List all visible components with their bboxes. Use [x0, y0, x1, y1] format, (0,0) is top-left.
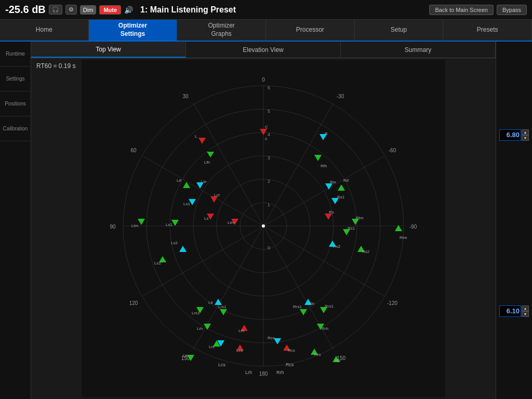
svg-text:180: 180	[259, 371, 268, 377]
bottom-value-container: ▲ ▼	[499, 305, 529, 317]
svg-text:Rtr: Rtr	[309, 301, 315, 306]
svg-text:Lrs: Lrs	[209, 344, 215, 349]
svg-text:-60: -60	[389, 148, 396, 153]
svg-text:120: 120	[129, 300, 138, 306]
top-spin-down[interactable]: ▼	[522, 135, 529, 141]
headphones-icon-btn[interactable]: 🎧	[49, 5, 62, 15]
svg-text:4: 4	[268, 132, 270, 137]
svg-text:Ltf: Ltf	[177, 178, 182, 183]
back-to-main-button[interactable]: Back to Main Screen	[429, 5, 494, 15]
svg-text:Lw: Lw	[201, 179, 206, 184]
svg-text:Lrh: Lrh	[238, 328, 245, 333]
svg-text:Lrs1: Lrs1	[192, 311, 200, 315]
svg-text:-90: -90	[409, 224, 417, 230]
svg-text:1: 1	[268, 202, 270, 207]
svg-point-14	[262, 224, 265, 228]
speaker-icon: 🔊	[124, 6, 133, 14]
svg-text:Ls1: Ls1	[183, 202, 190, 206]
sidebar-item-calibration[interactable]: Calibration	[0, 116, 31, 141]
svg-text:Rtm: Rtm	[400, 235, 407, 240]
top-value-input[interactable]	[499, 129, 521, 141]
svg-text:Rs2: Rs2	[362, 249, 370, 254]
header-left: -25.6 dB 🎧 ⚙ Dim Mute 🔊 1: Main Listenin…	[5, 4, 429, 16]
svg-text:Lfh: Lfh	[204, 160, 210, 165]
svg-text:Rcs: Rcs	[268, 336, 275, 340]
polar-plot: 0 -30 -60 -90 -120 -150 180 150 120 90 6…	[82, 60, 445, 397]
sub-tabs: Top View Elevation View Summary	[31, 42, 496, 58]
sidebar-item-positions[interactable]: Positions	[0, 91, 31, 116]
rt60-label: RT60 = 0.19 s	[36, 62, 76, 70]
tab-presets[interactable]: Presets	[443, 20, 532, 41]
svg-text:Rs1: Rs1	[348, 226, 355, 231]
svg-text:Rrs1: Rrs1	[293, 304, 302, 309]
volume-display: -25.6 dB	[5, 4, 46, 16]
tab-optimizer-settings[interactable]: OptimizerSettings	[89, 20, 178, 41]
tab-processor[interactable]: Processor	[266, 20, 355, 41]
svg-text:R: R	[325, 131, 328, 136]
sidebar-item-settings[interactable]: Settings	[0, 66, 31, 91]
tab-setup[interactable]: Setup	[355, 20, 444, 41]
svg-text:-30: -30	[337, 94, 344, 99]
settings-icon-btn[interactable]: ⚙	[65, 5, 77, 15]
svg-text:Rcs: Rcs	[286, 362, 294, 367]
svg-text:Lrh: Lrh	[245, 370, 252, 375]
svg-text:Rrh: Rrh	[322, 326, 328, 331]
main-panel: Top View Elevation View Summary RT60 = 0…	[31, 42, 496, 399]
preset-title: 1: Main Listening Preset	[140, 5, 236, 15]
svg-text:Rtm: Rtm	[356, 216, 364, 220]
svg-text:C: C	[265, 125, 268, 129]
svg-text:L: L	[195, 134, 197, 139]
svg-text:Rs2: Rs2	[333, 244, 341, 249]
bottom-value-box: ▲ ▼	[499, 305, 529, 317]
svg-text:Ls2: Ls2	[154, 261, 161, 265]
svg-text:Rs: Rs	[329, 210, 334, 215]
svg-text:0: 0	[268, 245, 270, 250]
dim-button[interactable]: Dim	[80, 5, 97, 15]
tab-optimizer-graphs[interactable]: OptimizerGraphs	[177, 20, 266, 41]
svg-text:60: 60	[130, 148, 137, 153]
svg-text:3: 3	[268, 155, 270, 161]
svg-text:5: 5	[268, 109, 270, 114]
svg-text:Lcs: Lcs	[236, 348, 243, 353]
svg-text:Rtf: Rtf	[343, 178, 349, 183]
svg-text:0: 0	[262, 77, 265, 83]
content: Runtime Settings Positions Calibration T…	[0, 42, 532, 399]
sidebar-item-runtime[interactable]: Runtime	[0, 42, 31, 66]
svg-text:Rrs1: Rrs1	[325, 304, 334, 309]
top-value-box: ▲ ▼	[499, 129, 529, 141]
svg-text:Ls2: Ls2	[171, 241, 178, 245]
bottom-spin-down[interactable]: ▼	[522, 311, 529, 317]
svg-text:Lcs: Lcs	[218, 362, 226, 367]
bottom-spin-up[interactable]: ▲	[522, 305, 529, 311]
svg-text:6: 6	[268, 85, 270, 90]
sub-tab-elevation-view[interactable]: Elevation View	[186, 42, 341, 58]
top-spinner: ▲ ▼	[522, 129, 529, 141]
top-value-container: ▲ ▼	[499, 129, 529, 141]
svg-text:Lrs1: Lrs1	[218, 304, 227, 309]
bottom-spinner: ▲ ▼	[522, 305, 529, 317]
bypass-button[interactable]: Bypass	[497, 5, 527, 15]
svg-text:90: 90	[110, 224, 116, 230]
svg-text:Lcf: Lcf	[214, 193, 220, 197]
svg-text:Rs1: Rs1	[337, 195, 345, 200]
svg-text:Ltr: Ltr	[183, 353, 188, 358]
plot-area: RT60 = 0.19 s	[31, 58, 496, 399]
svg-text:Ltm: Ltm	[228, 220, 235, 225]
svg-text:Rtr: Rtr	[335, 358, 341, 363]
sidebar: Runtime Settings Positions Calibration	[0, 42, 31, 399]
main-tabs: Home OptimizerSettings OptimizerGraphs P…	[0, 20, 532, 42]
svg-text:Ls: Ls	[204, 216, 208, 221]
tab-home[interactable]: Home	[0, 20, 89, 41]
svg-text:-120: -120	[387, 300, 397, 306]
sub-tab-top-view[interactable]: Top View	[31, 42, 186, 58]
top-spin-up[interactable]: ▲	[522, 129, 529, 135]
svg-text:Rrh: Rrh	[276, 370, 284, 375]
svg-text:Rcs: Rcs	[288, 348, 295, 353]
mute-button[interactable]: Mute	[99, 5, 121, 15]
svg-text:Lrh: Lrh	[197, 326, 203, 331]
svg-text:Rw: Rw	[330, 180, 336, 184]
sub-tab-summary[interactable]: Summary	[341, 42, 496, 58]
svg-text:Ltr: Ltr	[208, 300, 214, 305]
right-controls: ▲ ▼ ▲ ▼	[496, 42, 532, 399]
bottom-value-input[interactable]	[499, 305, 521, 317]
